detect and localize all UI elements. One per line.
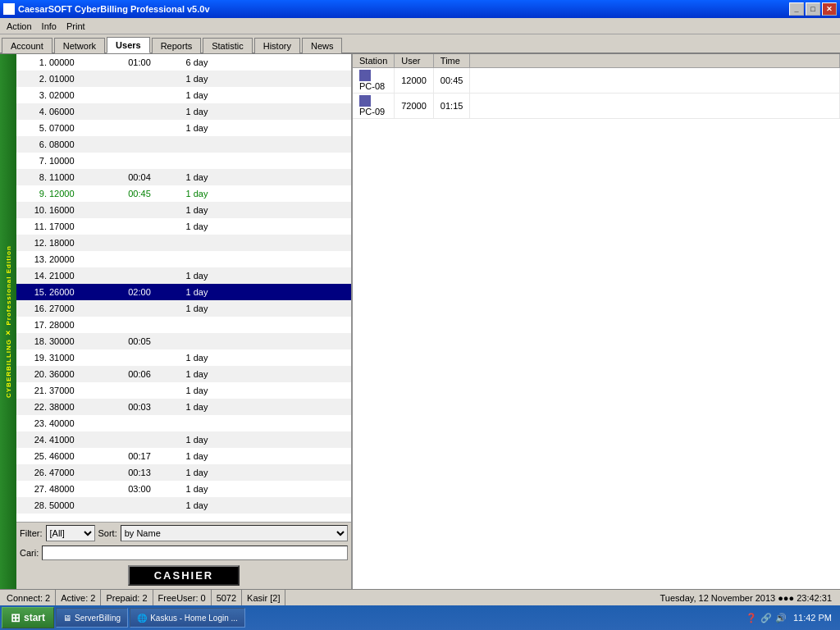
cari-label: Cari: (20, 548, 39, 558)
titlebar-title: CaesarSOFT CyberBilling Professional v5.… (18, 4, 210, 14)
station-time: 01:15 (433, 94, 470, 119)
pc-icon (359, 70, 371, 81)
pc-icon (359, 95, 371, 107)
taskbar-item-server[interactable]: 🖥 ServerBilling (56, 608, 128, 628)
tab-history[interactable]: History (254, 38, 300, 53)
windows-icon: ⊞ (11, 611, 21, 624)
list-item[interactable]: 14. 21000 1 day (16, 267, 351, 284)
menu-action[interactable]: Action (2, 20, 37, 33)
vertical-sidebar: CYBERBILLING ✕ Professional Edition (0, 54, 16, 589)
list-item[interactable]: 12. 18000 (16, 235, 351, 251)
tray-area: ❓ 🔗 🔊 11:42 PM (742, 613, 838, 623)
tab-users[interactable]: Users (107, 37, 150, 53)
browser-icon: 🌐 (137, 614, 147, 623)
content-area: CYBERBILLING ✕ Professional Edition 1. 0… (0, 54, 840, 589)
menu-info[interactable]: Info (37, 20, 62, 33)
list-item[interactable]: 16. 27000 1 day (16, 300, 351, 317)
menubar: Action Info Print (0, 18, 840, 34)
list-item[interactable]: 17. 28000 (16, 317, 351, 333)
list-item[interactable]: 19. 31000 1 day (16, 349, 351, 366)
clock: 11:42 PM (790, 613, 835, 623)
station-name: PC-09 (353, 94, 395, 119)
list-item[interactable]: 4. 06000 1 day (16, 103, 351, 120)
list-item[interactable]: 28. 50000 1 day (16, 497, 351, 514)
list-item[interactable]: 22. 38000 00:03 1 day (16, 399, 351, 415)
volume-icon: 🔊 (775, 613, 787, 623)
cashier-row: CASHIER (16, 562, 351, 589)
list-item[interactable]: 21. 37000 1 day (16, 382, 351, 399)
station-name: PC-08 (353, 68, 395, 94)
taskbar: ⊞ start 🖥 ServerBilling 🌐 Kaskus - Home … (0, 605, 840, 630)
sidebar-text: CYBERBILLING ✕ Professional Edition (5, 245, 12, 398)
list-item[interactable]: 1. 00000 01:00 6 day (16, 54, 351, 71)
list-item[interactable]: 13. 20000 (16, 251, 351, 267)
list-item[interactable]: 20. 36000 00:06 1 day (16, 366, 351, 382)
minimize-button[interactable]: _ (789, 2, 804, 16)
status-freeuser: FreeUser: 0 (153, 590, 212, 605)
status-datetime: Tuesday, 12 November 2013 ●●● 23:42:31 (654, 593, 839, 603)
list-item[interactable]: 15. 26000 02:00 1 day (16, 284, 351, 300)
right-panel: Station User Time PC-08 12000 00:45 PC-0… (353, 54, 840, 589)
list-item[interactable]: 23. 40000 (16, 415, 351, 431)
server-label: ServerBilling (75, 614, 121, 623)
list-item[interactable]: 9. 12000 00:45 1 day (16, 185, 351, 202)
cari-row: Cari: (16, 544, 351, 562)
list-item[interactable]: 26. 47000 00:13 1 day (16, 464, 351, 481)
list-item[interactable]: 25. 46000 00:17 1 day (16, 448, 351, 464)
statusbar: Connect: 2 Active: 2 Prepaid: 2 FreeUser… (0, 589, 840, 605)
list-item[interactable]: 10. 16000 1 day (16, 202, 351, 218)
col-time: Time (433, 54, 470, 68)
list-item[interactable]: 11. 17000 1 day (16, 218, 351, 235)
titlebar: CaesarSOFT CyberBilling Professional v5.… (0, 0, 840, 18)
browser-label: Kaskus - Home Login ... (150, 614, 238, 623)
sort-select[interactable]: by Nameby Timeby Duration (121, 525, 348, 541)
cari-input[interactable] (42, 546, 348, 560)
taskbar-item-browser[interactable]: 🌐 Kaskus - Home Login ... (130, 608, 245, 628)
col-station: Station (353, 54, 395, 68)
cashier-button[interactable]: CASHIER (128, 565, 240, 586)
restore-button[interactable]: □ (806, 2, 820, 16)
list-item[interactable]: 5. 07000 1 day (16, 120, 351, 136)
list-item[interactable]: 24. 41000 1 day (16, 431, 351, 448)
status-connect: Connect: 2 (2, 590, 56, 605)
list-item[interactable]: 7. 10000 (16, 153, 351, 169)
network-icon: 🔗 (760, 613, 772, 623)
list-item[interactable]: 8. 11000 00:04 1 day (16, 169, 351, 185)
station-row[interactable]: PC-08 12000 00:45 (353, 68, 840, 94)
list-item[interactable]: 6. 08000 (16, 136, 351, 153)
station-user: 12000 (395, 68, 434, 94)
menu-print[interactable]: Print (62, 20, 90, 33)
start-button[interactable]: ⊞ start (2, 607, 54, 628)
station-table: Station User Time PC-08 12000 00:45 PC-0… (353, 54, 840, 119)
col-extra (470, 54, 840, 68)
status-port: 5072 (212, 590, 242, 605)
tab-news[interactable]: News (302, 38, 343, 53)
station-user: 72000 (395, 94, 434, 119)
tabbar: Account Network Users Reports Statistic … (0, 34, 840, 54)
left-panel: 1. 00000 01:00 6 day 2. 01000 1 day 3. 0… (16, 54, 353, 589)
titlebar-controls: _ □ ✕ (789, 2, 837, 16)
user-list-scroll[interactable]: 1. 00000 01:00 6 day 2. 01000 1 day 3. 0… (16, 54, 351, 522)
list-item[interactable]: 2. 01000 1 day (16, 71, 351, 87)
start-label: start (24, 612, 45, 623)
close-button[interactable]: ✕ (822, 2, 837, 16)
tab-network[interactable]: Network (54, 38, 105, 53)
list-item[interactable]: 3. 02000 1 day (16, 87, 351, 103)
filter-row: Filter: [All]ActiveInactive Sort: by Nam… (16, 522, 351, 544)
station-time: 00:45 (433, 68, 470, 94)
app-icon (3, 3, 15, 15)
filter-label: Filter: (20, 528, 43, 538)
help-icon: ❓ (746, 613, 757, 623)
status-active: Active: 2 (56, 590, 101, 605)
list-item[interactable]: 27. 48000 03:00 1 day (16, 481, 351, 497)
status-kasir: Kasir [2] (242, 590, 285, 605)
sort-label: Sort: (98, 528, 117, 538)
tab-statistic[interactable]: Statistic (203, 38, 253, 53)
filter-select[interactable]: [All]ActiveInactive (46, 525, 95, 541)
col-user: User (395, 54, 434, 68)
station-row[interactable]: PC-09 72000 01:15 (353, 94, 840, 119)
tab-account[interactable]: Account (2, 38, 52, 53)
status-prepaid: Prepaid: 2 (101, 590, 153, 605)
list-item[interactable]: 18. 30000 00:05 (16, 333, 351, 349)
tab-reports[interactable]: Reports (152, 38, 202, 53)
